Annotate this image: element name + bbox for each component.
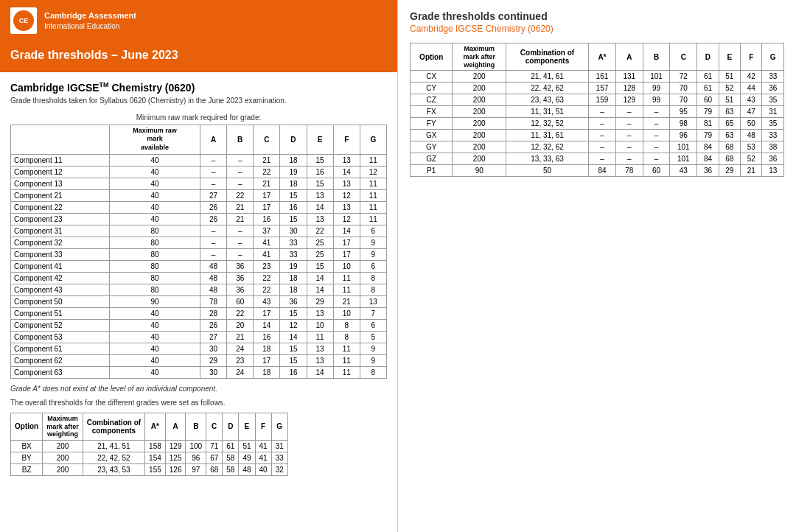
table-row: Component 1240––2219161412 <box>11 166 387 178</box>
table-row: FY20012, 32, 52–––9881655035 <box>411 118 784 130</box>
table-row: CZ20023, 43, 63159129997060514335 <box>411 94 784 106</box>
table-row: P190508478604336292113 <box>411 165 784 177</box>
opt-col-header: Option <box>11 413 43 440</box>
right-c-header: C <box>670 43 697 71</box>
table-row: Component 61403024181513119 <box>11 343 387 354</box>
table-row: GY20012, 32, 62–––10184685338 <box>411 141 784 153</box>
max-weight-col-header: Maximummark afterweighting <box>43 413 83 440</box>
table-row: BX20021, 41, 511581291007161514131 <box>11 441 288 452</box>
table-row: GZ20013, 33, 63–––10184685236 <box>411 153 784 165</box>
page-title: Grade thresholds – June 2023 <box>0 41 397 72</box>
table-row: CX20021, 41, 611611311017261514233 <box>411 71 784 83</box>
left-panel: CE Cambridge Assessment International Ed… <box>0 0 398 532</box>
table-row: Component 62402923171513119 <box>11 354 387 366</box>
right-panel: Grade thresholds continued Cambridge IGC… <box>398 0 796 532</box>
right-combo-header: Combination ofcomponents <box>506 43 588 71</box>
right-opt-header: Option <box>411 43 453 71</box>
col-header-d: D <box>280 125 307 154</box>
table-row: Component 43804836221814118 <box>11 284 387 295</box>
subtitle-text: Grade thresholds taken for Syllabus 0620… <box>10 97 387 105</box>
table-row: Component 234026211615131211 <box>11 213 387 225</box>
table-row: BY20022, 42, 52154125966758494133 <box>11 452 288 464</box>
logo-icon: CE <box>13 10 34 31</box>
table-row: Component 3280––413325179 <box>11 237 387 248</box>
right-e-header: E <box>719 43 740 71</box>
table-row: Component 224026211716141311 <box>11 201 387 213</box>
astar-col-header: A* <box>145 413 166 440</box>
cambridge-logo: CE <box>10 7 37 34</box>
overall-table: Option Maximummark afterweighting Combin… <box>10 413 288 476</box>
grade-note: Grade A* does not exist at the level of … <box>10 385 387 393</box>
table-row: Component 1340––2118151311 <box>11 178 387 189</box>
f-col-header: F <box>255 413 271 440</box>
table-row: Component 63403024181614118 <box>11 366 387 378</box>
right-subtitle: Cambridge IGCSE Chemistry (0620) <box>410 24 784 34</box>
left-content: Cambridge IGCSETM Chemistry (0620) Grade… <box>0 72 397 485</box>
table-row: Component 41804836231915106 <box>11 260 387 272</box>
table-row: Component 5340272116141185 <box>11 331 387 343</box>
right-title: Grade thresholds continued <box>410 10 784 22</box>
table-row: GX20011, 31, 61–––9679634833 <box>411 130 784 141</box>
a-col-header: A <box>165 413 186 440</box>
org-line2: International Education <box>44 21 136 31</box>
table-row: Component 3380––413325179 <box>11 248 387 260</box>
col-header-g: G <box>360 125 386 154</box>
col-header-b: B <box>227 125 254 154</box>
table-row: CY20022, 42, 62157128997061524436 <box>411 83 784 94</box>
col-header-component <box>11 125 110 154</box>
d-col-header: D <box>223 413 239 440</box>
org-line1: Cambridge Assessment <box>44 10 136 21</box>
table-row: Component 5240262014121086 <box>11 319 387 331</box>
col-header-c: C <box>254 125 280 154</box>
overall-text: The overall thresholds for the different… <box>10 399 387 407</box>
col-header-a: A <box>200 125 227 154</box>
col-header-e: E <box>307 125 333 154</box>
table-row: Component 3180––373022146 <box>11 225 387 237</box>
table-row: FX20011, 31, 51–––9579634731 <box>411 106 784 118</box>
combo-col-header: Combination ofcomponents <box>83 413 144 440</box>
right-max-header: Maximummark afterweighting <box>453 43 506 71</box>
min-raw-heading: Minimum raw mark required for grade: <box>10 113 387 122</box>
table-row: Component 1140––2118151311 <box>11 154 387 166</box>
right-g-header: G <box>762 43 784 71</box>
g-col-header: G <box>271 413 287 440</box>
subject-title: Cambridge IGCSETM Chemistry (0620) <box>10 81 387 94</box>
col-header-f: F <box>333 125 360 154</box>
table-row: Component 42804836221814118 <box>11 272 387 284</box>
c-col-header: C <box>206 413 223 440</box>
right-astar-header: A* <box>589 43 616 71</box>
header-text: Cambridge Assessment International Educa… <box>44 10 136 30</box>
right-d-header: D <box>697 43 719 71</box>
right-a-header: A <box>615 43 643 71</box>
table-row: BZ20023, 43, 53155126976858484032 <box>11 464 288 476</box>
right-f-header: F <box>741 43 762 71</box>
right-b-header: B <box>643 43 670 71</box>
header-bar: CE Cambridge Assessment International Ed… <box>0 0 397 41</box>
col-header-max-raw: Maximum rawmarkavailable <box>109 125 200 154</box>
table-row: Component 51402822171513107 <box>11 307 387 319</box>
b-col-header: B <box>186 413 206 440</box>
table-row: Component 509078604336292113 <box>11 295 387 307</box>
right-table: Option Maximummark afterweighting Combin… <box>410 43 784 177</box>
e-col-header: E <box>239 413 255 440</box>
component-table: Maximum rawmarkavailable A B C D E F G C… <box>10 125 387 379</box>
table-row: Component 214027221715131211 <box>11 189 387 201</box>
